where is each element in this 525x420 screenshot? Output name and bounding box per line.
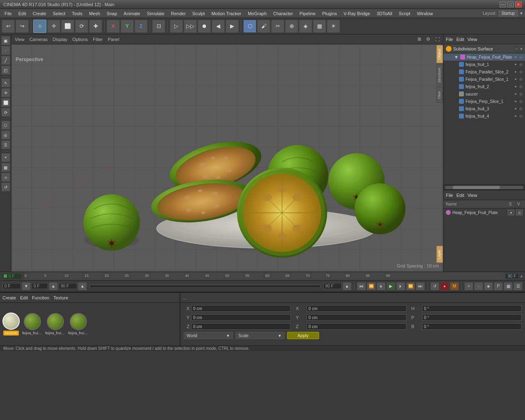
menu-3dtoall[interactable]: 3DToAll xyxy=(374,10,395,17)
attr-y-pos[interactable]: 0 cm xyxy=(191,314,291,321)
viewport-canvas[interactable]: Perspective xyxy=(11,44,443,272)
menu-select[interactable]: Select xyxy=(50,10,68,17)
transform-tool[interactable]: ✚ xyxy=(89,20,102,33)
menu-mograph[interactable]: MoGraph xyxy=(245,10,269,17)
array-button[interactable]: ◈ xyxy=(299,20,312,33)
attr-p-val[interactable]: 0 ° xyxy=(422,314,522,321)
menu-script[interactable]: Script xyxy=(396,10,413,17)
record-button[interactable]: ⏺ xyxy=(198,20,211,33)
layer-view-menu[interactable]: View xyxy=(468,193,477,198)
scrollbar-track[interactable] xyxy=(445,186,523,189)
lt-object-mode[interactable]: ▣ xyxy=(1,36,10,45)
knife-button[interactable]: ✂ xyxy=(271,20,284,33)
apply-button[interactable]: Apply xyxy=(287,332,319,339)
play-button[interactable]: ▷ xyxy=(170,20,183,33)
attr-x-rot[interactable]: 0 cm xyxy=(306,305,406,312)
scrollbar-thumb[interactable] xyxy=(453,186,500,189)
material-fruit-geo3[interactable]: feijoa_fruit_Geo_3 xyxy=(68,313,89,335)
slice1-rend[interactable]: ◎ xyxy=(519,77,523,81)
mat-texture-menu[interactable]: Texture xyxy=(53,295,68,300)
om-file-menu[interactable]: File xyxy=(446,37,453,42)
redo-button[interactable]: ↪ xyxy=(16,20,29,33)
transport-last[interactable]: ⏭ xyxy=(416,282,425,290)
layer-edit-menu[interactable]: Edit xyxy=(457,193,464,198)
prev-frame-button[interactable]: ◀ xyxy=(212,20,225,33)
transport-first[interactable]: ⏮ xyxy=(357,282,366,290)
scale-tool[interactable]: ⬜ xyxy=(61,20,74,33)
transport-p[interactable]: P xyxy=(494,282,503,290)
play-all-button[interactable]: ▷▷ xyxy=(184,20,197,33)
minimize-button[interactable]: — xyxy=(500,2,506,7)
transport-add-key[interactable]: + xyxy=(464,282,473,290)
fruit3-rend[interactable]: ◎ xyxy=(519,107,523,111)
menu-snap[interactable]: Snap xyxy=(104,10,120,17)
object-fruit4-item[interactable]: feijoa_fruit_4 ● ◎ xyxy=(443,112,525,120)
layer-item[interactable]: Heap_Feijoa_Fruit_Plate ● ◎ xyxy=(443,208,525,217)
transport-progress[interactable] xyxy=(89,285,321,288)
perp-rend[interactable]: ◎ xyxy=(519,99,523,103)
menu-edit[interactable]: Edit xyxy=(16,10,29,17)
attr-world-dropdown[interactable]: World ▼ xyxy=(184,332,233,339)
lt-tool-8[interactable]: ⌖ xyxy=(1,153,10,162)
om-view-menu[interactable]: View xyxy=(468,37,477,42)
tab-structure[interactable]: Structure xyxy=(436,64,443,87)
saucer-rend[interactable]: ◎ xyxy=(519,92,523,96)
lt-tool-6[interactable]: ◎ xyxy=(1,130,10,139)
layer-file-menu[interactable]: File xyxy=(446,193,453,198)
axis-y[interactable]: Y xyxy=(121,20,134,33)
transport-del-key[interactable]: - xyxy=(474,282,483,290)
attr-h-val[interactable]: 0 ° xyxy=(422,305,522,312)
lt-tool-3[interactable]: ⬜ xyxy=(1,98,10,107)
object-fruit1-item[interactable]: feijoa_fruit_1 ● ◎ xyxy=(443,61,525,68)
object-fruit2-item[interactable]: feijoa_fruit_2 ● ◎ xyxy=(443,83,525,90)
material-fruit-geo2[interactable]: feijoa_fruit_Geo_2 xyxy=(45,313,66,335)
attr-b-val[interactable]: 0 ° xyxy=(422,323,522,330)
subdiv-vis[interactable]: ● xyxy=(520,46,523,51)
layout-dropdown[interactable]: Startup xyxy=(499,10,518,16)
menu-animate[interactable]: Animate xyxy=(121,10,143,17)
fruit1-vis[interactable]: ● xyxy=(515,62,517,66)
viewport-options-menu[interactable]: Options xyxy=(72,37,88,42)
transport-end2-up[interactable]: ▲ xyxy=(342,282,352,290)
fruit2-vis[interactable]: ● xyxy=(515,84,517,89)
object-heap-item[interactable]: ▼ Heap_Feijoa_Fruit_Plate ● ◎ xyxy=(443,53,525,61)
mat-function-menu[interactable]: Function xyxy=(32,295,49,300)
rotate-tool[interactable]: ⟳ xyxy=(75,20,88,33)
lt-tool-11[interactable]: ↺ xyxy=(1,183,10,192)
transport-down[interactable]: ▼ xyxy=(22,282,31,290)
lt-tool-7[interactable]: S xyxy=(1,140,10,149)
transport-loop[interactable]: ↺ xyxy=(430,282,439,290)
viewport-display-menu[interactable]: Display xyxy=(52,37,67,42)
mat-edit-menu[interactable]: Edit xyxy=(20,295,28,300)
material-ceramic[interactable]: ceramic xyxy=(2,313,20,336)
menu-render[interactable]: Render xyxy=(168,10,189,17)
axis-z[interactable]: Z xyxy=(135,20,148,33)
menu-mesh[interactable]: Mesh xyxy=(86,10,103,17)
attr-z-pos[interactable]: 0 cm xyxy=(191,323,291,330)
tab-layer[interactable]: Layer xyxy=(436,246,443,263)
layer-vis-btn[interactable]: ● xyxy=(508,210,514,215)
lt-point-mode[interactable]: · xyxy=(1,46,10,55)
fruit1-rend[interactable]: ◎ xyxy=(519,62,523,66)
viewport-settings[interactable]: ⚙ xyxy=(426,37,430,42)
slice2-rend[interactable]: ◎ xyxy=(519,70,523,74)
move-tool[interactable]: ✛ xyxy=(47,20,60,33)
menu-tools[interactable]: Tools xyxy=(69,10,85,17)
viewport-expand[interactable]: ⊞ xyxy=(418,37,421,42)
lt-tool-1[interactable]: ↖ xyxy=(1,78,10,87)
attr-x-pos[interactable]: 0 cm xyxy=(191,305,291,312)
timeline-end-arrow[interactable]: ▲ xyxy=(520,274,523,278)
fruit4-rend[interactable]: ◎ xyxy=(519,114,523,118)
transport-prev-frame[interactable]: ⏴ xyxy=(377,282,386,290)
transport-next[interactable]: ⏩ xyxy=(406,282,415,290)
heap-vis-btn[interactable]: ● xyxy=(515,55,517,59)
grid-button[interactable]: ▦ xyxy=(313,20,326,33)
layer-render-btn[interactable]: ◎ xyxy=(516,210,523,215)
lt-tool-9[interactable]: ▦ xyxy=(1,163,10,172)
tab-tiker[interactable]: Tiker xyxy=(436,87,443,103)
viewport-cameras-menu[interactable]: Cameras xyxy=(30,37,48,42)
viewport-panel-menu[interactable]: Panel xyxy=(108,37,119,42)
transport-key-sel[interactable]: ◈ xyxy=(484,282,493,290)
attr-scale-dropdown[interactable]: Scale ▼ xyxy=(235,332,285,339)
slice2-vis[interactable]: ● xyxy=(515,70,517,74)
